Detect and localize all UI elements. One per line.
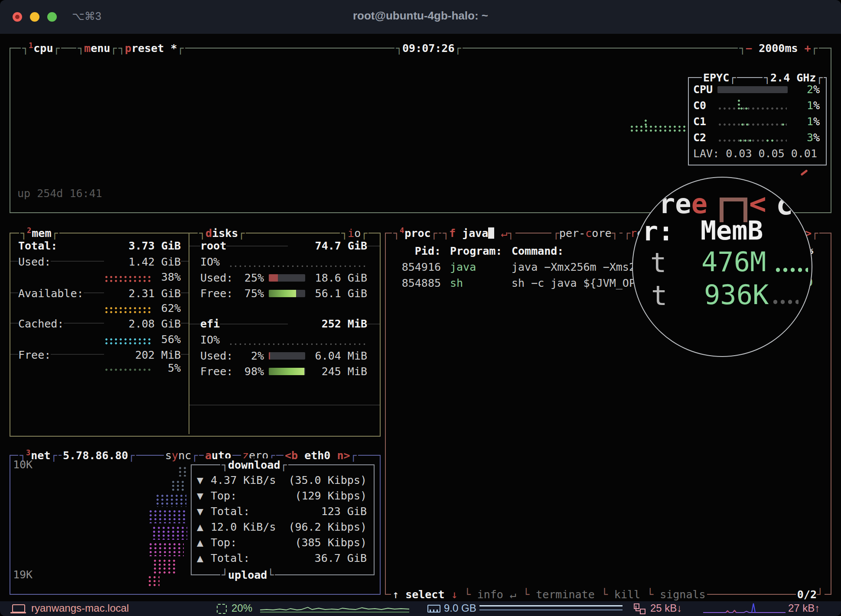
iface-name: eth0 bbox=[304, 449, 330, 462]
mem-free-pct: 5% bbox=[147, 363, 181, 374]
magnifier-loupe: ree < c r: MemB t 476M t 936K bbox=[632, 177, 812, 357]
disk-root-size: 74.7 GiB bbox=[288, 240, 367, 252]
magnified-mem-value-1: 476M bbox=[701, 249, 766, 276]
disk-efi-used-label: Used: bbox=[200, 350, 233, 362]
up-top-label: Top: bbox=[211, 537, 237, 548]
grid-line bbox=[189, 405, 380, 405]
network-sparkline bbox=[703, 603, 786, 615]
proc-command: sh −c java ${JVM_OP bbox=[512, 278, 636, 289]
net-graph-segment bbox=[153, 559, 178, 574]
mem-available-value: 2.31 GiB bbox=[104, 288, 181, 299]
terminal-window: ⌥⌘3 root@ubuntu-4gb-halo: ~ ┐1cpu┌ ┐menu… bbox=[0, 0, 841, 616]
magnified-cpu-dots-2 bbox=[772, 299, 799, 305]
preset-button[interactable]: ┐preset *┌ bbox=[117, 42, 185, 55]
net-ip: 5.78.86.80┌ bbox=[62, 449, 136, 462]
mem-available-label: Available: bbox=[18, 288, 84, 299]
iface-next-button[interactable]: n> bbox=[337, 449, 350, 462]
signals-action[interactable]: signals bbox=[660, 588, 705, 601]
scroll-up-icon[interactable]: ↑ bbox=[392, 588, 399, 601]
interval-control: ┐− 2000ms +┌ bbox=[738, 42, 819, 55]
titlebar: ⌥⌘3 root@ubuntu-4gb-halo: ~ bbox=[0, 0, 841, 34]
proc-selected-count: 0/2┘ bbox=[796, 588, 825, 601]
cpu-total-label: CPU bbox=[693, 84, 713, 95]
cpu-total-meter bbox=[717, 86, 788, 93]
interval-decrease-button[interactable]: − bbox=[746, 42, 752, 55]
core2-pct: 3% bbox=[787, 132, 820, 143]
terminate-action[interactable]: terminate bbox=[536, 588, 594, 601]
mem-cached-pct: 56% bbox=[147, 334, 181, 345]
mem-available-pct: 62% bbox=[147, 303, 181, 314]
down-total-label: Total: bbox=[211, 506, 250, 517]
mem-cached-label: Cached: bbox=[18, 318, 64, 330]
load-average: LAV: 0.03 0.05 0.01 bbox=[693, 148, 817, 159]
kill-action[interactable]: kill bbox=[614, 588, 640, 601]
core0-graph-accent bbox=[739, 107, 750, 110]
proc-percore-toggle[interactable]: ┌per-core┐ bbox=[551, 227, 619, 240]
core2-label: C2 bbox=[693, 132, 706, 143]
network-down-label: 25 kB↓ bbox=[650, 603, 682, 614]
net-sync-toggle[interactable]: sync┌ bbox=[164, 449, 199, 462]
interval-increase-button[interactable]: + bbox=[805, 42, 811, 55]
disk-efi-name: efi bbox=[200, 318, 220, 330]
disk-efi-size: 252 MiB bbox=[288, 318, 367, 330]
select-action[interactable]: select bbox=[405, 588, 444, 601]
mem-used-label: Used: bbox=[18, 256, 51, 268]
net-interface-switcher[interactable]: <b eth0 n>┌ bbox=[284, 449, 358, 462]
memory-graph-bottom bbox=[479, 610, 623, 610]
core1-graph-accent2 bbox=[781, 123, 785, 126]
down-total-value: 123 GiB bbox=[257, 506, 367, 517]
col-header-pid[interactable]: Pid: bbox=[393, 246, 441, 257]
down-top-value: (129 Kibps) bbox=[257, 490, 367, 502]
net-box: ┐3net┌ 5.78.86.80┌ sync┌ auto zero┌ <b e… bbox=[10, 455, 381, 595]
io-mode-toggle[interactable]: ┐io┌ bbox=[340, 227, 368, 240]
col-header-command[interactable]: Command: bbox=[512, 246, 564, 257]
magnified-user-header-tail: r: bbox=[642, 218, 674, 244]
disk-root-used-pct: 25% bbox=[236, 272, 264, 284]
cpu-usage-label: 20% bbox=[231, 603, 252, 614]
disk-root-free-pct: 75% bbox=[236, 288, 264, 299]
core1-label: C1 bbox=[693, 116, 706, 127]
memory-usage-label: 9.0 GB bbox=[444, 603, 476, 614]
cpu-detail-box: EPYC┌ ┐2.4 GHz┌ CPU 2% C0 1% C1 1% C2 3%… bbox=[688, 77, 827, 165]
disk-root-name: root bbox=[200, 240, 226, 252]
uptime-label: up 254d 16:41 bbox=[17, 188, 102, 199]
clock: ┐09:07:26┌ bbox=[394, 42, 463, 55]
disks-title[interactable]: ┐disks┌ bbox=[198, 227, 246, 240]
download-title: ┐download┌ bbox=[220, 458, 288, 471]
menu-button[interactable]: ┐menu┌ bbox=[76, 42, 118, 55]
mem-disks-divider bbox=[189, 233, 189, 434]
proc-filter-input[interactable]: ┐f java ↵┐ bbox=[441, 227, 515, 240]
disk-efi-used-pct: 2% bbox=[236, 350, 264, 362]
proc-program: sh bbox=[450, 278, 463, 289]
disk-root-io-graph bbox=[228, 265, 367, 268]
cpu-model-title: EPYC┌ bbox=[702, 71, 737, 84]
mem-total-value: 3.73 GiB bbox=[104, 240, 181, 252]
disk-efi-used-value: 6.04 MiB bbox=[288, 350, 367, 362]
magnified-sort-prev: < bbox=[749, 190, 766, 218]
down-speed-arrow: ▼ bbox=[197, 475, 203, 486]
host-status-bar: ryanwangs-mac.local 20% 9.0 GB 25 kB↓ 27… bbox=[0, 601, 841, 616]
disk-root-used-value: 18.6 GiB bbox=[288, 272, 367, 284]
col-header-program[interactable]: Program: bbox=[450, 246, 502, 257]
interval-value: 2000ms bbox=[759, 42, 798, 55]
net-graph-segment bbox=[178, 466, 187, 477]
disk-root-io-label: IO% bbox=[200, 256, 220, 268]
mem-total-label: Total: bbox=[18, 240, 57, 252]
disk-efi-free-value: 245 MiB bbox=[288, 366, 367, 377]
mem-free-label: Free: bbox=[18, 350, 51, 361]
cpu-graph-spike bbox=[643, 119, 648, 126]
text-cursor bbox=[488, 227, 494, 239]
up-top-value: (385 Kibps) bbox=[257, 537, 367, 548]
net-graph-segment bbox=[148, 509, 186, 523]
cpu-graph-dots bbox=[629, 125, 687, 133]
disk-efi-free-pct: 98% bbox=[236, 366, 264, 377]
info-action[interactable]: info bbox=[477, 588, 503, 601]
filter-text: java bbox=[462, 227, 488, 240]
scroll-down-icon[interactable]: ↓ bbox=[451, 588, 458, 601]
net-graph-segment bbox=[155, 494, 186, 507]
network-icon bbox=[634, 603, 645, 614]
proc-footer: ↑ select ↓ └ info ↵ └ terminate └ kill └… bbox=[391, 588, 707, 601]
cpu-box-title: ┐1cpu┌ bbox=[21, 42, 61, 55]
net-scale-top: 10K bbox=[13, 459, 33, 470]
filter-enter-icon: ↵ bbox=[501, 227, 507, 240]
